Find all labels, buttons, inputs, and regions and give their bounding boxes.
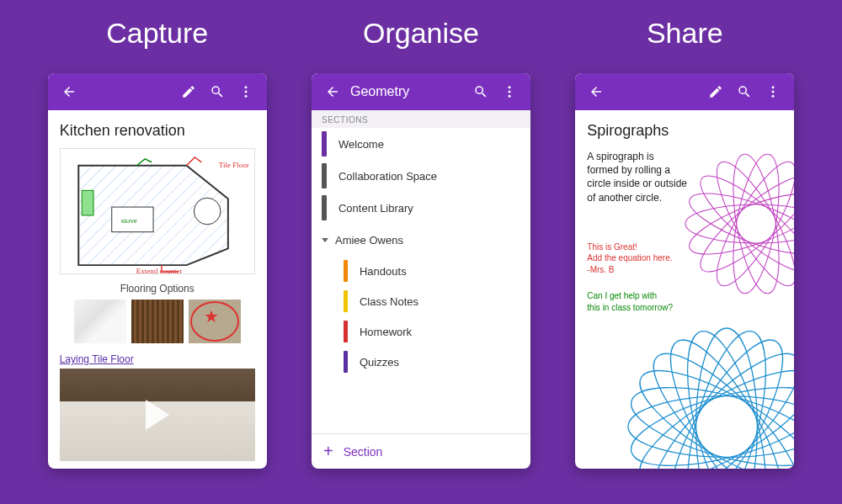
svg-point-27 — [651, 326, 794, 469]
svg-point-0 — [244, 86, 247, 88]
sections-list: SECTIONS Welcome Collaboration Space Con… — [312, 110, 530, 433]
flooring-tiles: ★ — [60, 300, 255, 343]
appbar — [575, 73, 794, 110]
star-icon: ★ — [204, 306, 219, 326]
phone-organise: Geometry SECTIONS Welcome Collaboration — [312, 73, 530, 469]
video-link[interactable]: Laying Tile Floor — [60, 353, 255, 365]
add-section-label: Section — [344, 445, 383, 459]
note-title: Kitchen renovation — [48, 110, 267, 145]
column-title-organise: Organise — [363, 17, 479, 50]
section-row[interactable]: Welcome — [312, 128, 530, 160]
svg-point-20 — [704, 153, 794, 295]
floorplan-image: Tile Floor Extend counter stove — [60, 148, 255, 274]
subsection-label: Homework — [360, 326, 412, 338]
subsection-row[interactable]: Homework — [312, 316, 530, 347]
svg-point-10 — [508, 95, 510, 98]
tile-option-marble — [74, 300, 126, 343]
back-icon[interactable] — [55, 77, 83, 106]
svg-point-33 — [626, 351, 795, 469]
subsection-label: Handouts — [360, 265, 407, 278]
svg-rect-7 — [82, 190, 93, 215]
appbar: Geometry — [312, 73, 530, 110]
back-icon[interactable] — [582, 77, 610, 106]
svg-point-11 — [772, 86, 775, 88]
play-icon — [146, 400, 169, 430]
section-label: Collaboration Space — [338, 170, 437, 183]
search-icon[interactable] — [203, 77, 232, 106]
section-group-expanded[interactable]: Amiee Owens — [312, 224, 530, 256]
pen-icon[interactable] — [174, 77, 203, 106]
section-label: Welcome — [338, 138, 384, 151]
subsection-row[interactable]: Class Notes — [312, 286, 530, 316]
search-icon[interactable] — [466, 77, 495, 106]
subsection-label: Quizzes — [360, 356, 399, 369]
svg-point-17 — [704, 153, 794, 295]
svg-point-12 — [772, 91, 775, 93]
section-label: Content Library — [338, 202, 413, 215]
column-title-share: Share — [647, 17, 723, 50]
spirograph-magenta — [668, 135, 794, 312]
pen-icon[interactable] — [701, 77, 730, 106]
sections-header: SECTIONS — [312, 110, 530, 128]
svg-point-25 — [626, 351, 795, 469]
tile-option-wood — [131, 300, 184, 343]
svg-point-1 — [244, 91, 247, 93]
annotation-tile-floor: Tile Floor — [219, 161, 249, 169]
svg-point-23 — [628, 396, 794, 458]
svg-point-6 — [194, 198, 221, 225]
more-icon[interactable] — [759, 77, 787, 106]
video-thumbnail[interactable] — [60, 369, 255, 461]
svg-point-2 — [244, 95, 247, 98]
more-icon[interactable] — [232, 77, 260, 106]
subsection-row[interactable]: Handouts — [312, 256, 530, 286]
plus-icon: + — [323, 442, 333, 461]
subsection-label: Class Notes — [360, 295, 418, 308]
phone-capture: Kitchen renovation Tile Fl — [48, 73, 267, 469]
add-section-button[interactable]: + Section — [312, 433, 530, 469]
svg-point-8 — [508, 86, 510, 88]
chevron-down-icon — [322, 238, 328, 242]
phone-share: Spirographs A spirograph is formed by ro… — [575, 73, 794, 469]
tile-option-stone: ★ — [189, 300, 241, 343]
notebook-title: Geometry — [350, 84, 409, 99]
flooring-options-label: Flooring Options — [48, 283, 267, 294]
search-icon[interactable] — [730, 77, 759, 106]
subsection-row[interactable]: Quizzes — [312, 347, 530, 377]
section-group-label: Amiee Owens — [335, 234, 403, 247]
annotation-stove: stove — [121, 216, 137, 225]
column-title-capture: Capture — [106, 17, 208, 50]
svg-point-13 — [772, 95, 775, 98]
section-row[interactable]: Collaboration Space — [312, 160, 530, 192]
more-icon[interactable] — [495, 77, 524, 106]
back-icon[interactable] — [318, 77, 347, 106]
svg-point-9 — [508, 91, 510, 93]
annotation-extend-counter: Extend counter — [136, 267, 183, 275]
section-row[interactable]: Content Library — [312, 192, 530, 224]
spirograph-blue — [617, 317, 794, 469]
appbar — [48, 73, 267, 110]
